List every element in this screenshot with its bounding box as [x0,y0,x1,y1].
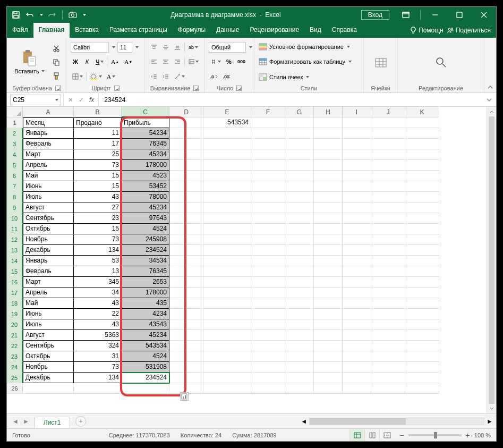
cell-C16[interactable]: 2653 [122,277,169,288]
ribbon-tab-Вставка[interactable]: Вставка [70,23,104,38]
maximize-button[interactable] [447,7,472,23]
row-header-22[interactable]: 22 [7,341,23,351]
vertical-scrollbar[interactable] [487,107,496,413]
cell-C24[interactable]: 531908 [122,362,169,373]
enter-formula-icon[interactable]: ✓ [79,96,84,104]
cell-styles-button[interactable]: Стили ячеек [259,73,359,81]
cell-B13[interactable]: 134 [74,245,122,256]
cell-A25[interactable]: Декабрь [23,373,74,383]
comma-icon[interactable]: 000 [236,56,247,67]
cell-C7[interactable]: 53452 [122,181,169,192]
column-header-K[interactable]: K [405,107,439,117]
cell-A19[interactable]: Июнь [23,309,74,319]
cell-A15[interactable]: Февраль [23,266,74,277]
collapse-ribbon-icon[interactable] [488,84,493,90]
row-header-19[interactable]: 19 [7,309,23,319]
cell-C13[interactable]: 234524 [122,245,169,256]
cell-B5[interactable]: 73 [74,160,122,171]
cell-C8[interactable]: 78000 [122,192,169,202]
column-header-A[interactable]: A [23,107,74,117]
row-header-3[interactable]: 3 [7,139,23,149]
select-all-corner[interactable] [7,107,23,117]
row-header-12[interactable]: 12 [7,234,23,245]
cell-C6[interactable]: 4523 [122,171,169,181]
cell-C1[interactable]: Прибыль [122,117,169,128]
ribbon-tab-Данные[interactable]: Данные [211,23,244,38]
font-size-combo[interactable] [117,42,132,53]
view-normal-icon[interactable] [349,429,364,441]
align-left-icon[interactable] [149,56,159,67]
row-header-8[interactable]: 8 [7,192,23,202]
cell-A20[interactable]: Июль [23,319,74,330]
row-header-21[interactable]: 21 [7,330,23,341]
cell-C3[interactable]: 76345 [122,139,169,149]
share-button[interactable]: Поделиться [447,27,491,34]
cell-C4[interactable]: 45234 [122,149,169,160]
cell-C9[interactable]: 45234 [122,202,169,213]
cell-A9[interactable]: Август [23,202,74,213]
merge-cells-icon[interactable] [187,56,200,67]
cell-B23[interactable]: 31 [74,351,122,362]
font-color-icon[interactable]: A [105,71,116,82]
cell-B11[interactable]: 15 [74,224,122,234]
orientation-icon[interactable] [173,71,186,82]
align-bottom-icon[interactable] [173,42,182,53]
cell-B24[interactable]: 73 [74,362,122,373]
column-header-H[interactable]: H [314,107,343,117]
row-header-7[interactable]: 7 [7,181,23,192]
row-header-25[interactable]: 25 [7,373,23,383]
cell-A1[interactable]: Месяц [23,117,74,128]
zoom-slider[interactable] [408,434,462,436]
align-top-icon[interactable] [149,42,159,53]
align-middle-icon[interactable] [161,42,170,53]
accounting-format-icon[interactable] [209,56,222,67]
column-header-B[interactable]: B [74,107,122,117]
cell-C21[interactable]: 45234 [122,330,169,341]
format-painter-icon[interactable] [51,71,62,81]
tell-me-button[interactable]: Помощн [410,27,444,34]
zoom-in-button[interactable]: + [466,431,470,439]
ribbon-tab-Файл[interactable]: Файл [7,23,33,38]
view-page-layout-icon[interactable] [364,429,379,441]
cell-C10[interactable]: 97643 [122,213,169,224]
row-header-9[interactable]: 9 [7,202,23,213]
cell-B8[interactable]: 43 [74,192,122,202]
cell-B22[interactable]: 324 [74,341,122,351]
row-header-5[interactable]: 5 [7,160,23,171]
font-launcher-icon[interactable] [114,86,120,91]
cell-B4[interactable]: 25 [74,149,122,160]
borders-icon[interactable] [71,71,84,82]
row-header-11[interactable]: 11 [7,224,23,234]
row-header-13[interactable]: 13 [7,245,23,256]
cell-C15[interactable]: 76345 [122,266,169,277]
row-header-4[interactable]: 4 [7,149,23,160]
bold-button[interactable]: Ж [71,56,80,67]
cell-A16[interactable]: Март [23,277,74,288]
alignment-launcher-icon[interactable] [193,86,199,91]
row-header-26[interactable]: 26 [7,383,23,394]
cell-A22[interactable]: Сентябрь [23,341,74,351]
cell-B15[interactable]: 13 [74,266,122,277]
row-header-16[interactable]: 16 [7,277,23,288]
wrap-text-icon[interactable]: ab [187,42,199,53]
paste-button[interactable]: Вставить [11,48,48,77]
cell-C25[interactable]: 234524 [122,373,169,383]
cell-C11[interactable]: 4524 [122,224,169,234]
cells-button[interactable] [371,54,390,70]
ribbon-tab-Справка[interactable]: Справка [327,23,362,38]
cell-B6[interactable]: 15 [74,171,122,181]
copy-icon[interactable] [51,57,62,67]
row-header-15[interactable]: 15 [7,266,23,277]
row-header-14[interactable]: 14 [7,256,23,266]
cell-C5[interactable]: 178000 [122,160,169,171]
cell-C23[interactable]: 4524 [122,351,169,362]
cell-C12[interactable]: 245908 [122,234,169,245]
decrease-font-icon[interactable]: A▼ [123,56,134,67]
column-header-G[interactable]: G [285,107,314,117]
format-as-table-button[interactable]: Форматировать как таблицу [259,58,359,65]
cell-B10[interactable]: 23 [74,213,122,224]
cell-D1[interactable] [169,117,203,128]
undo-dropdown-icon[interactable] [40,14,43,16]
cell-B2[interactable]: 11 [74,128,122,139]
column-header-D[interactable]: D [169,107,203,117]
